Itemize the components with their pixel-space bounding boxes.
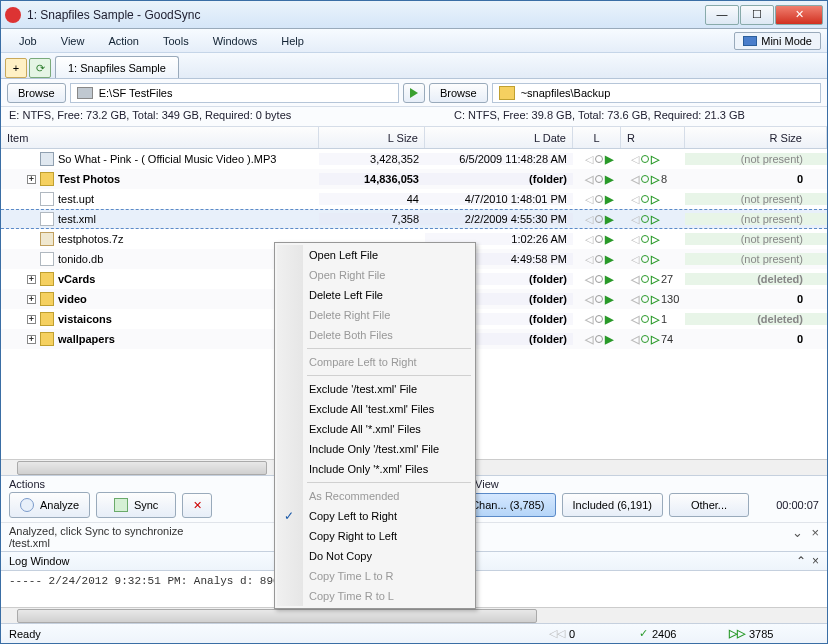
menu-item[interactable]: Do Not Copy xyxy=(277,546,473,566)
col-ldate[interactable]: L Date xyxy=(425,127,573,148)
info-close-icon[interactable]: × xyxy=(811,525,819,549)
cell-r: ◁▷8 xyxy=(621,173,685,186)
close-button[interactable]: ✕ xyxy=(775,5,823,25)
expand-toggle[interactable]: + xyxy=(27,335,36,344)
stop-button[interactable]: ✕ xyxy=(182,493,212,518)
run-button[interactable] xyxy=(403,83,425,103)
menu-item: Delete Right File xyxy=(277,305,473,325)
cell-l: ◁▶ xyxy=(573,193,621,206)
log-close-icon[interactable]: × xyxy=(812,554,819,568)
left-path-box[interactable]: E:\SF TestFiles xyxy=(70,83,399,103)
item-name: vCards xyxy=(58,273,95,285)
drive-icon xyxy=(77,87,93,99)
context-menu[interactable]: Open Left FileOpen Right FileDelete Left… xyxy=(274,242,476,609)
log-expand-icon[interactable]: ⌃ xyxy=(796,554,806,568)
rightarrow-icon: ▷▷ xyxy=(729,627,745,640)
menu-item: Open Right File xyxy=(277,265,473,285)
log-scroll-thumb[interactable] xyxy=(17,609,537,623)
view-other-button[interactable]: Other... xyxy=(669,493,749,517)
expand-toggle[interactable]: + xyxy=(27,295,36,304)
menu-action[interactable]: Action xyxy=(96,32,151,50)
menu-separator xyxy=(307,482,471,483)
cell-r: ◁▷27 xyxy=(621,273,685,286)
right-path-box[interactable]: ~snapfiles\Backup xyxy=(492,83,821,103)
item-name: tonido.db xyxy=(58,253,103,265)
folder-icon xyxy=(40,312,54,326)
menu-job[interactable]: Job xyxy=(7,32,49,50)
tabbar: + ⟳ 1: Snapfiles Sample xyxy=(1,53,827,79)
cell-l: ◁▶ xyxy=(573,333,621,346)
minimize-button[interactable]: — xyxy=(705,5,739,25)
info-collapse-icon[interactable]: ⌄ xyxy=(792,525,803,549)
table-row[interactable]: So What - Pink - ( Official Music Video … xyxy=(1,149,827,169)
menu-item[interactable]: Exclude All 'test.xml' Files xyxy=(277,399,473,419)
menu-help[interactable]: Help xyxy=(269,32,316,50)
menu-windows[interactable]: Windows xyxy=(201,32,270,50)
item-name: test.xml xyxy=(58,213,96,225)
menu-item[interactable]: Exclude '/test.xml' File xyxy=(277,379,473,399)
menu-item[interactable]: Copy Left to Right✓ xyxy=(277,506,473,526)
maximize-button[interactable]: ☐ xyxy=(740,5,774,25)
table-row[interactable]: test.upt444/7/2010 1:48:01 PM◁▶◁▷(not pr… xyxy=(1,189,827,209)
new-tab-button[interactable]: + xyxy=(5,58,27,78)
browse-right-button[interactable]: Browse xyxy=(429,83,488,103)
tab-label: 1: Snapfiles Sample xyxy=(68,62,166,74)
menu-item[interactable]: Open Left File xyxy=(277,245,473,265)
view-other-label: Other... xyxy=(691,499,727,511)
cell-rsize: (deleted) xyxy=(685,313,827,325)
item-name: video xyxy=(58,293,87,305)
expand-toggle xyxy=(27,235,36,244)
expand-toggle[interactable]: + xyxy=(27,275,36,284)
expand-toggle xyxy=(27,255,36,264)
file-icon xyxy=(40,192,54,206)
menu-item[interactable]: Include Only '*.xml' Files xyxy=(277,459,473,479)
analyze-button[interactable]: Analyze xyxy=(9,492,90,518)
menu-tools[interactable]: Tools xyxy=(151,32,201,50)
info-line1: Analyzed, click Sync to synchronize xyxy=(9,525,183,537)
col-r[interactable]: R xyxy=(621,127,685,148)
stat-left: 0 xyxy=(569,628,575,640)
menu-item: As Recommended xyxy=(277,486,473,506)
log-scrollbar[interactable] xyxy=(1,607,827,623)
scroll-thumb[interactable] xyxy=(17,461,267,475)
column-header: Item L Size L Date L R R Size xyxy=(1,127,827,149)
view-included-button[interactable]: Included (6,191) xyxy=(562,493,664,517)
tab-snapfiles-sample[interactable]: 1: Snapfiles Sample xyxy=(55,56,179,78)
mini-mode-label: Mini Mode xyxy=(761,35,812,47)
view-label: View xyxy=(475,478,499,492)
folder-icon xyxy=(40,292,54,306)
table-row[interactable]: test.xml7,3582/2/2009 4:55:30 PM◁▶◁▷(not… xyxy=(1,209,827,229)
expand-toggle[interactable]: + xyxy=(27,315,36,324)
menu-item: Delete Both Files xyxy=(277,325,473,345)
cell-lsize: 44 xyxy=(319,193,425,205)
item-name: So What - Pink - ( Official Music Video … xyxy=(58,153,276,165)
menu-item[interactable]: Copy Right to Left xyxy=(277,526,473,546)
refresh-tab-button[interactable]: ⟳ xyxy=(29,58,51,78)
folder-icon xyxy=(40,332,54,346)
table-row[interactable]: +Test Photos14,836,053(folder)◁▶◁▷80 xyxy=(1,169,827,189)
col-rsize[interactable]: R Size xyxy=(685,127,827,148)
col-lsize[interactable]: L Size xyxy=(319,127,425,148)
col-item[interactable]: Item xyxy=(1,127,319,148)
col-l[interactable]: L xyxy=(573,127,621,148)
menu-item[interactable]: Delete Left File xyxy=(277,285,473,305)
sync-label: Sync xyxy=(134,499,158,511)
browse-left-button[interactable]: Browse xyxy=(7,83,66,103)
cell-r: ◁▷74 xyxy=(621,333,685,346)
menu-separator xyxy=(307,348,471,349)
item-name: testphotos.7z xyxy=(58,233,123,245)
cell-ldate: 2/2/2009 4:55:30 PM xyxy=(425,213,573,225)
item-name: test.upt xyxy=(58,193,94,205)
cell-r: ◁▷ xyxy=(621,253,685,266)
db-icon xyxy=(40,252,54,266)
menu-view[interactable]: View xyxy=(49,32,97,50)
cell-ldate: 6/5/2009 11:48:28 AM xyxy=(425,153,573,165)
menu-item[interactable]: Exclude All '*.xml' Files xyxy=(277,419,473,439)
expand-toggle[interactable]: + xyxy=(27,175,36,184)
sync-button[interactable]: Sync xyxy=(96,492,176,518)
mini-mode-button[interactable]: Mini Mode xyxy=(734,32,821,50)
expand-toggle xyxy=(27,195,36,204)
menu-item[interactable]: Include Only '/test.xml' File xyxy=(277,439,473,459)
cell-r: ◁▷ xyxy=(621,193,685,206)
menu-item: Copy Time L to R xyxy=(277,566,473,586)
